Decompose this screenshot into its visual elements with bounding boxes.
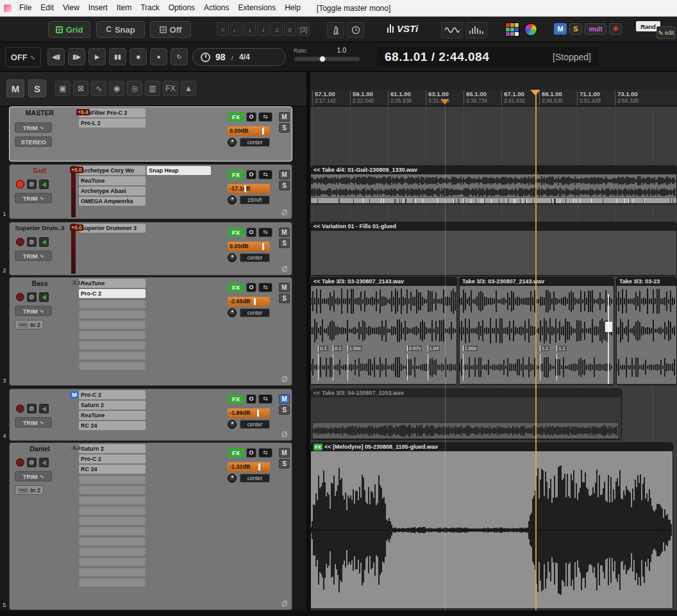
menu-item[interactable]: Track [136,0,164,16]
pan-label[interactable]: center [240,308,270,317]
item-body[interactable] [617,286,676,384]
fx-slot-empty[interactable] [79,361,146,370]
trim-button[interactable]: TRIM∿ [15,471,52,481]
edit-cursor-marker[interactable] [441,99,449,104]
item-title[interactable]: << Take 3/3: 03-230807_2143.wav [311,278,456,286]
item-body[interactable]: 0.10.11.00x0.97x1.04 [311,286,456,384]
snap-button[interactable]: C Snap [96,21,145,38]
fx-badge[interactable]: FX [313,444,322,451]
monitor-button[interactable] [39,458,49,467]
take-lane[interactable] [312,422,619,439]
trim-button[interactable]: TRIM∿ [15,251,52,261]
fx-slot[interactable]: OMEGA Ampworks [79,197,146,206]
volume-fader[interactable]: -1.89dB [228,408,270,418]
record-arm-button[interactable] [16,180,24,188]
phase-button[interactable]: Ø [281,430,287,439]
pan-knob[interactable] [228,253,237,262]
smooth-seek-button[interactable] [441,22,463,38]
stop-button[interactable]: ■ [130,48,147,65]
pan-knob[interactable] [228,420,237,429]
gear-icon[interactable]: ⚙ [27,404,37,413]
stretch-marker-line[interactable] [347,354,348,381]
trim-button[interactable]: TRIM∿ [15,306,52,316]
fx-slot-empty[interactable] [79,547,146,556]
rate-value[interactable]: 1.0 [337,46,346,54]
solo-button[interactable]: S [279,238,290,248]
color-circle-icon[interactable] [524,23,537,36]
fx-slot[interactable]: Pro-C 2 [79,289,146,298]
monitor-button[interactable] [39,404,49,413]
gear-icon[interactable]: ⚙ [27,237,37,247]
solo-button[interactable]: S [279,181,290,190]
media-item-guitar-take[interactable]: << Take 3/3: 04-230807_2203.wav [310,388,622,440]
fx-offline-button[interactable]: O [246,283,256,292]
track-gain[interactable]: +0.0 [70,224,83,231]
item-body[interactable] [311,397,621,439]
action-star-icon[interactable]: ✳ [609,23,622,35]
fx-button[interactable]: FX [228,283,244,292]
menu-item[interactable]: Extensions [233,0,280,16]
mono-badge[interactable]: M [554,23,567,35]
go-to-start-button[interactable]: ◀▮ [47,48,65,65]
media-item-bass-3[interactable]: Take 3/3: 03-23 [616,277,677,385]
input-button[interactable]: PREIn 2 [15,485,44,495]
pan-knob[interactable] [228,308,237,317]
knob-icon[interactable]: ◉ [109,81,124,96]
fx-slot[interactable]: Archetype Abasi [79,187,146,196]
track-panel[interactable]: Bass -2.1 ⚙ TRIM∿ PREIn 2 ReaTunePro-C 2… [9,277,292,386]
note-length-button[interactable]: ♪ [244,22,256,36]
repeat-button[interactable]: ↻ [171,48,188,65]
bypass-icon[interactable]: ⇆ [258,112,272,122]
menu-item[interactable]: Item [112,0,136,16]
record-button[interactable]: ● [150,48,167,65]
fx-button[interactable]: FX [228,448,244,458]
note-length-button[interactable]: ♫ [271,22,283,36]
fx-button[interactable]: FX [228,228,244,237]
pan-label[interactable]: center [240,474,270,483]
pan-label[interactable]: center [240,420,270,429]
stretch-marker-line[interactable] [463,354,464,381]
mute-button[interactable]: M [279,228,290,237]
mute-button[interactable]: M [279,394,290,404]
volume-fader[interactable]: 0.00dB [228,126,270,136]
stereo-button[interactable]: STEREO [15,137,52,147]
record-arm-button[interactable] [16,404,24,413]
media-item-bass-1[interactable]: << Take 3/3: 03-230807_2143.wav 0.10.11.… [310,277,457,385]
fader-handle[interactable] [262,243,264,250]
item-title[interactable]: Take 3/3: 03-230807_2143.wav [460,278,614,286]
solo-badge[interactable]: S [569,23,582,35]
media-item-drums[interactable]: << Variation 01 - Fills 01-glued [310,222,677,276]
playback-position[interactable]: 68.1.01 / 2:44.084 [385,50,489,64]
fx-chain-icon[interactable]: FX [163,81,178,96]
sends-icon[interactable]: ▥ [145,81,160,96]
fx-slot-empty[interactable] [79,485,146,494]
track-gain[interactable]: -2.1 [70,279,82,286]
master-track-panel[interactable]: MASTER +6.4 TRIM∿ STEREO FabFilter Pro-C… [9,106,292,162]
mute-button[interactable]: M [279,170,290,179]
volume-fader[interactable]: -1.32dB [228,462,270,472]
note-length-button[interactable]: [3] [297,22,310,36]
volume-fader[interactable]: 0.00dB [228,242,270,251]
solo-button[interactable]: S [279,405,290,415]
pan-label[interactable]: center [240,138,270,147]
fx-slot-empty[interactable] [79,340,146,349]
media-item-vocal[interactable]: FX << [Melodyne] 05-230808_1105-glued.wa… [310,442,673,609]
fx-slot-empty[interactable] [79,516,146,525]
stretch-marker-label[interactable]: 0.1 [318,345,328,351]
trim-button[interactable]: TRIM∿ [15,417,52,428]
stretch-marker-line[interactable] [540,354,540,381]
vsti-button[interactable]: VSTi [387,23,418,34]
arrange-view[interactable]: << Take 4/4: 01-Guit-230809_1330.wav << … [310,106,677,616]
volume-fader[interactable]: -17.1dB [228,184,270,194]
track-gain[interactable]: +6.4 [76,109,90,115]
fx-slot-empty[interactable] [79,310,146,319]
fx-slot[interactable]: Saturn 2 [79,401,146,410]
gear-icon[interactable]: ⚙ [27,292,37,302]
fader-handle[interactable] [257,410,259,417]
metronome-button[interactable] [327,22,344,38]
fx-slot[interactable]: RC 24 [79,421,146,430]
note-length-button[interactable]: ♩ [230,22,242,36]
phase-button[interactable]: Ø [281,599,287,608]
fx-slot[interactable]: ReaTune [79,279,146,288]
media-item-guitar[interactable]: << Take 4/4: 01-Guit-230809_1330.wav [310,165,677,204]
